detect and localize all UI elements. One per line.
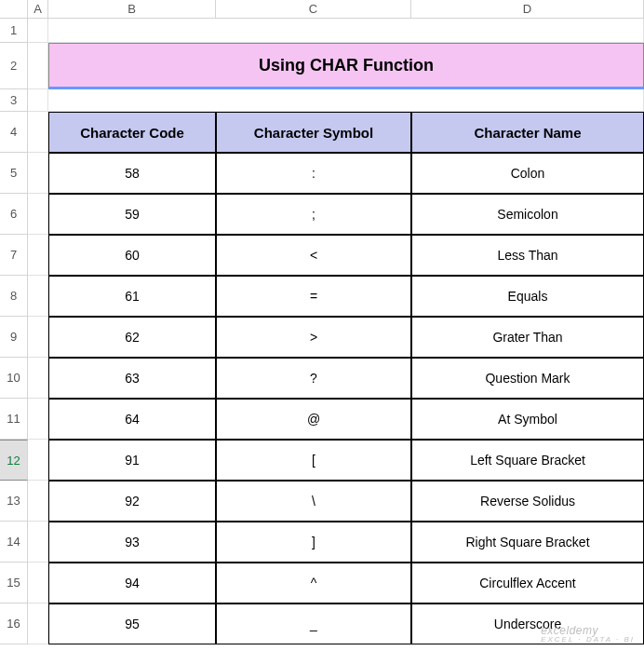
cell-a10[interactable]	[28, 358, 48, 399]
cell-code[interactable]: 61	[48, 276, 216, 317]
row-header-11[interactable]: 11	[0, 399, 28, 440]
cell-name[interactable]: Reverse Solidus	[411, 481, 644, 522]
cell-name[interactable]: Equals	[411, 276, 644, 317]
cell-a6[interactable]	[28, 194, 48, 235]
row-header-7[interactable]: 7	[0, 235, 28, 276]
cell-symbol[interactable]: =	[216, 276, 411, 317]
cell-symbol[interactable]: ^	[216, 563, 411, 604]
cell-a16[interactable]	[28, 604, 48, 644]
cell-code[interactable]: 93	[48, 522, 216, 563]
col-header-a[interactable]: A	[28, 0, 48, 19]
cell-a13[interactable]	[28, 481, 48, 522]
cell-a11[interactable]	[28, 399, 48, 440]
cell-name[interactable]: Less Than	[411, 235, 644, 276]
cell-row3[interactable]	[48, 89, 644, 112]
cell-code[interactable]: 58	[48, 153, 216, 194]
cell-symbol[interactable]: _	[216, 604, 411, 644]
row-header-6[interactable]: 6	[0, 194, 28, 235]
row-header-3[interactable]: 3	[0, 89, 28, 112]
cell-symbol[interactable]: ;	[216, 194, 411, 235]
cell-a8[interactable]	[28, 276, 48, 317]
cell-symbol[interactable]: <	[216, 235, 411, 276]
cell-a15[interactable]	[28, 563, 48, 604]
cell-code[interactable]: 62	[48, 317, 216, 358]
header-name[interactable]: Character Name	[411, 112, 644, 153]
cell-name[interactable]: Underscore	[411, 604, 644, 644]
cell-a4[interactable]	[28, 112, 48, 153]
cell-code[interactable]: 92	[48, 481, 216, 522]
cell-symbol[interactable]: @	[216, 399, 411, 440]
cell-a3[interactable]	[28, 89, 48, 112]
row-header-9[interactable]: 9	[0, 317, 28, 358]
row-header-5[interactable]: 5	[0, 153, 28, 194]
header-code[interactable]: Character Code	[48, 112, 216, 153]
cell-name[interactable]: Circulflex Accent	[411, 563, 644, 604]
row-header-12[interactable]: 12	[0, 440, 28, 481]
row-header-16[interactable]: 16	[0, 604, 28, 644]
cell-symbol[interactable]: :	[216, 153, 411, 194]
row-header-1[interactable]: 1	[0, 19, 28, 43]
cell-a9[interactable]	[28, 317, 48, 358]
cell-name[interactable]: Right Square Bracket	[411, 522, 644, 563]
row-header-2[interactable]: 2	[0, 43, 28, 89]
cell-name[interactable]: Question Mark	[411, 358, 644, 399]
cell-symbol[interactable]: [	[216, 440, 411, 481]
cell-a5[interactable]	[28, 153, 48, 194]
cell-code[interactable]: 63	[48, 358, 216, 399]
cell-name[interactable]: Left Square Bracket	[411, 440, 644, 481]
spreadsheet-grid: A B C D 1 2 Using CHAR Function 3 4 Char…	[0, 0, 644, 644]
cell-a1[interactable]	[28, 19, 48, 43]
row-header-8[interactable]: 8	[0, 276, 28, 317]
row-header-15[interactable]: 15	[0, 563, 28, 604]
row-header-13[interactable]: 13	[0, 481, 28, 522]
header-symbol[interactable]: Character Symbol	[216, 112, 411, 153]
cell-name[interactable]: Semicolon	[411, 194, 644, 235]
cell-symbol[interactable]: \	[216, 481, 411, 522]
row-header-10[interactable]: 10	[0, 358, 28, 399]
col-header-d[interactable]: D	[411, 0, 644, 19]
row-header-14[interactable]: 14	[0, 522, 28, 563]
cell-symbol[interactable]: ]	[216, 522, 411, 563]
select-all-corner[interactable]	[0, 0, 28, 19]
cell-code[interactable]: 95	[48, 604, 216, 644]
cell-row1[interactable]	[48, 19, 644, 43]
cell-code[interactable]: 94	[48, 563, 216, 604]
title-cell[interactable]: Using CHAR Function	[48, 43, 644, 89]
row-header-4[interactable]: 4	[0, 112, 28, 153]
cell-a2[interactable]	[28, 43, 48, 89]
cell-a7[interactable]	[28, 235, 48, 276]
cell-name[interactable]: Grater Than	[411, 317, 644, 358]
cell-code[interactable]: 64	[48, 399, 216, 440]
col-header-b[interactable]: B	[48, 0, 216, 19]
cell-code[interactable]: 91	[48, 440, 216, 481]
cell-a14[interactable]	[28, 522, 48, 563]
cell-symbol[interactable]: >	[216, 317, 411, 358]
cell-a12[interactable]	[28, 440, 48, 481]
cell-code[interactable]: 60	[48, 235, 216, 276]
cell-name[interactable]: Colon	[411, 153, 644, 194]
col-header-c[interactable]: C	[216, 0, 411, 19]
cell-code[interactable]: 59	[48, 194, 216, 235]
cell-symbol[interactable]: ?	[216, 358, 411, 399]
cell-name[interactable]: At Symbol	[411, 399, 644, 440]
